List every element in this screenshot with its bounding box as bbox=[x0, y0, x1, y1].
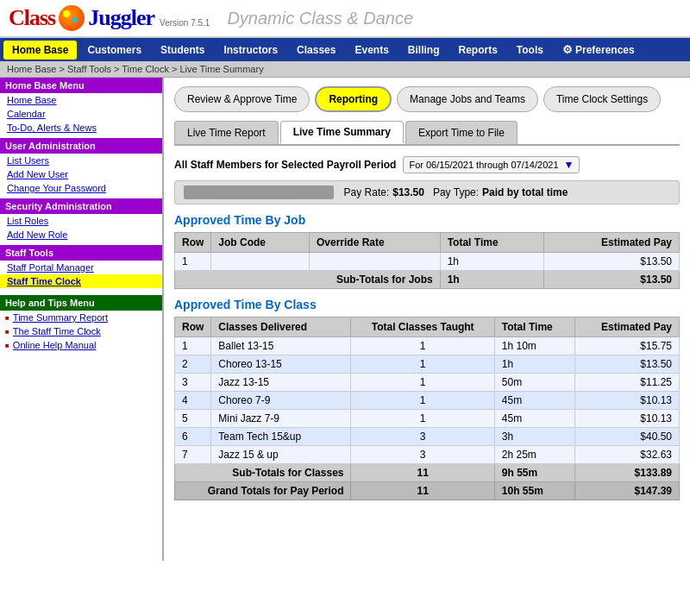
job-col-row: Row bbox=[175, 233, 211, 253]
table-row: 1 Ballet 13-15 1 1h 10m $15.75 bbox=[175, 337, 680, 355]
tab-live-time-summary[interactable]: Live Time Summary bbox=[280, 121, 404, 144]
class-row-num: 6 bbox=[175, 428, 211, 446]
tab-review-approve[interactable]: Review & Approve Time bbox=[174, 86, 310, 112]
table-row: 7 Jazz 15 & up 3 2h 25m $32.63 bbox=[175, 446, 680, 464]
bullet-icon-2: ■ bbox=[5, 328, 9, 336]
tab-timeclock-settings[interactable]: Time Clock Settings bbox=[543, 86, 661, 112]
sidebar-link-listroles[interactable]: List Roles bbox=[0, 214, 162, 228]
class-row-pay: $15.75 bbox=[574, 337, 679, 355]
sidebar-link-calendar[interactable]: Calendar bbox=[0, 107, 162, 121]
nav-item-customers[interactable]: Customers bbox=[78, 41, 150, 60]
approved-by-class-title: Approved Time By Class bbox=[174, 298, 680, 311]
breadcrumb: Home Base > Staff Tools > Time Clock > L… bbox=[0, 61, 690, 78]
user-admin-title: User Administration bbox=[0, 138, 162, 154]
job-col-totaltime: Total Time bbox=[440, 233, 543, 253]
help-link-timesummary[interactable]: ■ Time Summary Report bbox=[0, 311, 162, 324]
class-row-name: Choreo 13-15 bbox=[211, 355, 351, 374]
class-subtotal-taught: 11 bbox=[351, 464, 494, 482]
security-admin-title: Security Administration bbox=[0, 198, 162, 214]
bullet-icon: ■ bbox=[5, 314, 9, 322]
class-row-num: 7 bbox=[175, 446, 211, 464]
class-row-taught: 1 bbox=[351, 410, 494, 428]
logo-class-text: Class bbox=[9, 5, 55, 31]
nav-item-events[interactable]: Events bbox=[346, 41, 397, 60]
main-layout: Home Base Menu Home Base Calendar To-Do,… bbox=[0, 78, 690, 561]
class-row-pay: $13.50 bbox=[574, 355, 679, 374]
class-row-num: 2 bbox=[175, 355, 211, 374]
sidebar-link-stafftimeclock[interactable]: Staff Time Clock bbox=[0, 274, 162, 288]
job-table: Row Job Code Override Rate Total Time Es… bbox=[174, 232, 680, 289]
tab-manage-jobs[interactable]: Manage Jobs and Teams bbox=[397, 86, 538, 112]
nav-item-preferences[interactable]: ⚙ Preferences bbox=[554, 40, 643, 60]
class-row-name: Choreo 7-9 bbox=[211, 392, 351, 410]
class-row-taught: 1 bbox=[351, 355, 494, 374]
content-area: Review & Approve Time Reporting Manage J… bbox=[164, 78, 690, 561]
class-row-time: 50m bbox=[494, 374, 574, 392]
table-row: 4 Choreo 7-9 1 45m $10.13 bbox=[175, 392, 680, 410]
sidebar-link-staffportal[interactable]: Staff Portal Manager bbox=[0, 261, 162, 274]
class-row-pay: $32.63 bbox=[574, 446, 679, 464]
tab-live-time-report[interactable]: Live Time Report bbox=[174, 121, 279, 144]
job-row-override bbox=[309, 253, 440, 271]
payroll-period-selector[interactable]: For 06/15/2021 through 07/14/2021 ▼ bbox=[403, 156, 580, 173]
dynamic-title: Dynamic Class & Dance bbox=[227, 9, 413, 28]
home-base-menu-title: Home Base Menu bbox=[0, 78, 162, 93]
help-menu-title: Help and Tips Menu bbox=[0, 295, 162, 311]
sidebar-link-todo[interactable]: To-Do, Alerts & News bbox=[0, 121, 162, 135]
class-col-delivered: Classes Delivered bbox=[211, 317, 351, 337]
tab-export-time[interactable]: Export Time to File bbox=[405, 121, 518, 144]
dropdown-arrow-icon: ▼ bbox=[564, 159, 574, 171]
pay-type-value: Paid by total time bbox=[482, 186, 568, 198]
class-col-row: Row bbox=[175, 317, 211, 337]
job-subtotal-pay: $13.50 bbox=[543, 271, 679, 289]
class-row-num: 1 bbox=[175, 337, 211, 355]
logo-juggler-icon bbox=[59, 5, 85, 31]
sidebar-link-adduser[interactable]: Add New User bbox=[0, 167, 162, 181]
logo-juggler-text: Juggler bbox=[88, 5, 154, 31]
class-row-name: Jazz 13-15 bbox=[211, 374, 351, 392]
nav-bar: Home Base Customers Students Instructors… bbox=[0, 38, 690, 61]
pay-rate-label: Pay Rate: bbox=[344, 186, 390, 198]
payroll-period-text: For 06/15/2021 through 07/14/2021 bbox=[409, 160, 558, 170]
top-tab-group: Review & Approve Time Reporting Manage J… bbox=[174, 86, 680, 112]
staff-name-blurred: ████████████ bbox=[184, 185, 334, 199]
nav-item-classes[interactable]: Classes bbox=[288, 41, 344, 60]
class-row-time: 45m bbox=[494, 392, 574, 410]
nav-item-reports[interactable]: Reports bbox=[450, 41, 506, 60]
nav-item-tools[interactable]: Tools bbox=[508, 41, 552, 60]
staff-tools-title: Staff Tools bbox=[0, 245, 162, 261]
table-row: 5 Mini Jazz 7-9 1 45m $10.13 bbox=[175, 410, 680, 428]
class-grandtotal-time: 10h 55m bbox=[494, 482, 574, 500]
job-subtotal-row: Sub-Totals for Jobs 1h $13.50 bbox=[175, 271, 680, 289]
nav-item-billing[interactable]: Billing bbox=[399, 41, 448, 60]
job-col-jobcode: Job Code bbox=[211, 233, 310, 253]
class-row-num: 3 bbox=[175, 374, 211, 392]
class-row-pay: $10.13 bbox=[574, 392, 679, 410]
class-row-pay: $40.50 bbox=[574, 428, 679, 446]
secondary-tab-group: Live Time Report Live Time Summary Expor… bbox=[174, 121, 680, 146]
nav-item-homebase[interactable]: Home Base bbox=[3, 41, 77, 60]
help-link-stafftimeclock[interactable]: ■ The Staff Time Clock bbox=[0, 324, 162, 338]
logo-area: Class Juggler Version 7.5.1 bbox=[9, 5, 210, 31]
class-grandtotal-label: Grand Totals for Pay Period bbox=[175, 482, 351, 500]
class-row-taught: 1 bbox=[351, 337, 494, 355]
nav-item-students[interactable]: Students bbox=[152, 41, 213, 60]
nav-item-instructors[interactable]: Instructors bbox=[215, 41, 286, 60]
sidebar-link-homebase[interactable]: Home Base bbox=[0, 93, 162, 107]
class-row-pay: $10.13 bbox=[574, 410, 679, 428]
class-row-taught: 3 bbox=[351, 428, 494, 446]
sidebar-link-changepassword[interactable]: Change Your Password bbox=[0, 181, 162, 195]
sidebar-link-addrole[interactable]: Add New Role bbox=[0, 228, 162, 242]
job-subtotal-time: 1h bbox=[440, 271, 543, 289]
job-col-override: Override Rate bbox=[309, 233, 440, 253]
tab-reporting[interactable]: Reporting bbox=[315, 86, 392, 112]
logo-version: Version 7.5.1 bbox=[160, 18, 210, 28]
class-row-time: 1h 10m bbox=[494, 337, 574, 355]
class-row-taught: 1 bbox=[351, 392, 494, 410]
class-row-time: 3h bbox=[494, 428, 574, 446]
class-row-pay: $11.25 bbox=[574, 374, 679, 392]
help-link-onlinehelp[interactable]: ■ Online Help Manual bbox=[0, 338, 162, 352]
staff-info-bar: ████████████ Pay Rate: $13.50 Pay Type: … bbox=[174, 180, 680, 204]
sidebar-link-listusers[interactable]: List Users bbox=[0, 154, 162, 167]
class-row-time: 2h 25m bbox=[494, 446, 574, 464]
